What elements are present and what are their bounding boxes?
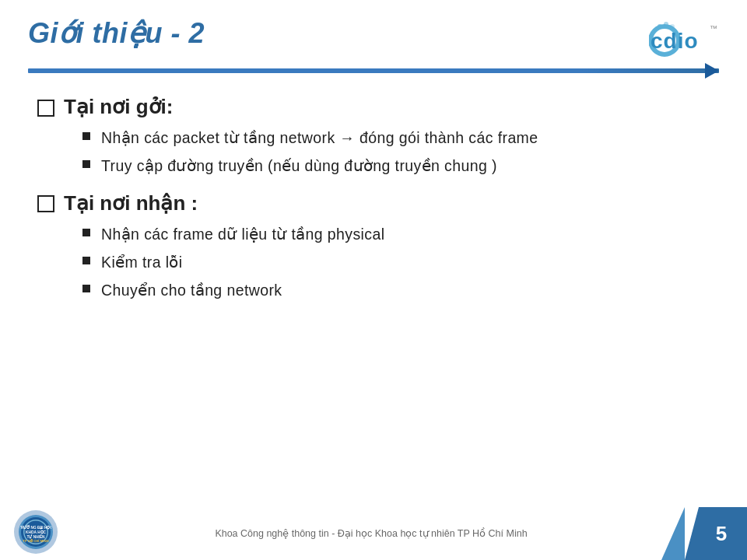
checkbox-icon-sender	[37, 100, 54, 117]
university-logo-inner: TRƯỜNG ĐẠI HỌC KHOA HỌC TỰ NHIÊN TP HỒ C…	[19, 515, 53, 549]
section-sender-title: Tại nơi gởi:	[37, 95, 710, 119]
separator-line	[28, 68, 719, 73]
footer-logo: TRƯỜNG ĐẠI HỌC KHOA HỌC TỰ NHIÊN TP HỒ C…	[0, 510, 58, 557]
svg-point-4	[664, 22, 668, 26]
bullet-text: Truy cập đường truyền (nếu dùng đường tr…	[101, 155, 710, 177]
list-item: Truy cập đường truyền (nếu dùng đường tr…	[82, 155, 710, 177]
list-item: Nhận các frame dữ liệu từ tầng physical	[82, 223, 710, 245]
page-number: 5	[705, 522, 727, 546]
bullet-square-icon	[82, 257, 90, 264]
bullet-text: Kiểm tra lỗi	[101, 251, 710, 273]
list-item: Kiểm tra lỗi	[82, 251, 710, 273]
bullet-text: Nhận các packet từ tầng network → đóng g…	[101, 127, 710, 149]
svg-text:KHOA HỌC: KHOA HỌC	[26, 530, 47, 534]
slide-header: Giới thiệu - 2 cdio ™	[0, 0, 747, 68]
bullet-square-icon	[82, 285, 90, 292]
footer-institution: Khoa Công nghệ thông tin - Đại học Khoa …	[58, 527, 685, 541]
footer-page-number-box: 5	[685, 507, 747, 560]
list-item: Chuyển cho tầng network	[82, 279, 710, 301]
bullet-square-icon	[82, 132, 90, 140]
list-item: Nhận các packet từ tầng network → đóng g…	[82, 127, 710, 149]
slide-title: Giới thiệu - 2	[28, 17, 205, 50]
university-logo: TRƯỜNG ĐẠI HỌC KHOA HỌC TỰ NHIÊN TP HỒ C…	[14, 510, 58, 554]
svg-text:TP HỒ CHÍ MINH: TP HỒ CHÍ MINH	[23, 538, 48, 543]
section-receiver: Tại nơi nhận : Nhận các frame dữ liệu từ…	[37, 191, 710, 302]
bullet-square-icon	[82, 229, 90, 236]
section-sender: Tại nơi gởi: Nhận các packet từ tầng net…	[37, 95, 710, 177]
section-receiver-title: Tại nơi nhận :	[37, 191, 710, 215]
svg-point-3	[658, 24, 662, 29]
cdio-logo: cdio ™	[649, 20, 719, 61]
svg-text:™: ™	[710, 24, 717, 33]
svg-point-5	[670, 24, 675, 29]
bullet-text: Nhận các frame dữ liệu từ tầng physical	[101, 223, 710, 245]
bullets-receiver: Nhận các frame dữ liệu từ tầng physical …	[37, 223, 710, 302]
bullet-square-icon	[82, 160, 90, 168]
slide-footer: TRƯỜNG ĐẠI HỌC KHOA HỌC TỰ NHIÊN TP HỒ C…	[0, 507, 747, 560]
slide-content: Tại nơi gởi: Nhận các packet từ tầng net…	[0, 73, 747, 323]
svg-text:cdio: cdio	[651, 29, 699, 53]
checkbox-icon-receiver	[37, 195, 54, 212]
corner-triangle-decoration	[661, 507, 685, 560]
bullets-sender: Nhận các packet từ tầng network → đóng g…	[37, 127, 710, 177]
bullet-text: Chuyển cho tầng network	[101, 279, 710, 301]
